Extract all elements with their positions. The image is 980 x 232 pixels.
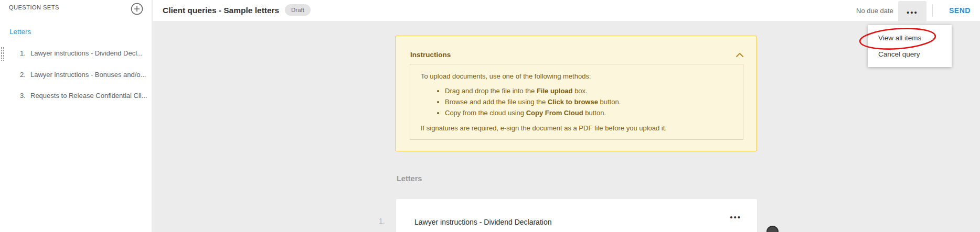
letter-more-options-button[interactable]: ••• <box>730 213 741 222</box>
top-header: Client queries - Sample letters Draft No… <box>153 0 980 21</box>
menu-item-cancel-query[interactable]: Cancel query <box>868 46 952 62</box>
sidebar-item-bonuses[interactable]: 2.Lawyer instructions - Bonuses and/o... <box>20 71 151 79</box>
bullet-bold-text: Click to browse <box>548 98 598 106</box>
item-number: 3. <box>20 92 30 100</box>
item-number: 2. <box>20 71 30 79</box>
sidebar-item-dividend-declaration[interactable]: 1.Lawyer instructions - Dividend Decl... <box>20 49 151 57</box>
sidebar-section-letters[interactable]: Letters <box>9 28 31 36</box>
instruction-bullet: Copy from the cloud using Copy From Clou… <box>445 107 732 118</box>
bullet-text: Drag and drop the file into the <box>445 87 537 95</box>
chevron-up-icon[interactable] <box>736 51 744 57</box>
item-label: Lawyer instructions - Dividend Decl... <box>30 49 143 57</box>
instructions-intro: To upload documents, use one of the foll… <box>421 71 732 81</box>
instructions-footer: If signatures are required, e-sign the d… <box>421 123 732 133</box>
instructions-title: Instructions <box>410 51 451 59</box>
circle-icon[interactable] <box>766 226 779 232</box>
bullet-text: button. <box>583 109 606 117</box>
instruction-bullet: Browse and add the file using the Click … <box>445 96 732 107</box>
instructions-panel: Instructions To upload documents, use on… <box>395 36 757 151</box>
sidebar-item-confidential[interactable]: 3.Requests to Release Confidential Cli..… <box>20 92 151 100</box>
bullet-text: button. <box>598 98 621 106</box>
item-label: Lawyer instructions - Bonuses and/o... <box>30 71 146 79</box>
header-divider <box>932 5 933 16</box>
letter-card-dividend-declaration[interactable]: Lawyer instructions - Dividend Declarati… <box>396 199 757 232</box>
bullet-bold-text: Copy From Cloud <box>526 109 583 117</box>
item-number: 1. <box>20 49 30 57</box>
bullet-text: Copy from the cloud using <box>445 109 526 117</box>
instruction-bullet: Drag and drop the file into the File upl… <box>445 85 732 96</box>
bullet-text: box. <box>573 87 588 95</box>
letter-item-number: 1. <box>379 217 385 225</box>
more-options-button[interactable]: ••• <box>898 1 926 24</box>
plus-circle-icon <box>130 9 144 17</box>
item-label: Requests to Release Confidential Cli... <box>30 92 147 100</box>
menu-item-view-all-items[interactable]: View all items <box>868 30 952 46</box>
app-root: QUESTION SETS Letters 1.Lawyer instructi… <box>0 0 980 232</box>
status-badge: Draft <box>285 4 311 16</box>
question-sets-heading: QUESTION SETS <box>9 4 59 10</box>
due-date-label[interactable]: No due date <box>856 7 893 15</box>
letters-section-title: Letters <box>397 174 422 183</box>
instructions-body: To upload documents, use one of the foll… <box>410 64 743 140</box>
more-options-menu: View all items Cancel query <box>868 25 952 67</box>
instructions-bullet-list: Drag and drop the file into the File upl… <box>421 85 732 118</box>
add-question-set-button[interactable] <box>130 2 144 16</box>
bullet-bold-text: File upload <box>537 87 573 95</box>
send-button[interactable]: SEND <box>949 6 971 15</box>
letter-card-title: Lawyer instructions - Dividend Declarati… <box>414 218 551 226</box>
question-sets-sidebar: QUESTION SETS Letters 1.Lawyer instructi… <box>0 0 152 232</box>
bullet-text: Browse and add the file using the <box>445 98 548 106</box>
page-title: Client queries - Sample letters <box>163 6 279 15</box>
drag-handle-icon[interactable] <box>1 47 5 61</box>
